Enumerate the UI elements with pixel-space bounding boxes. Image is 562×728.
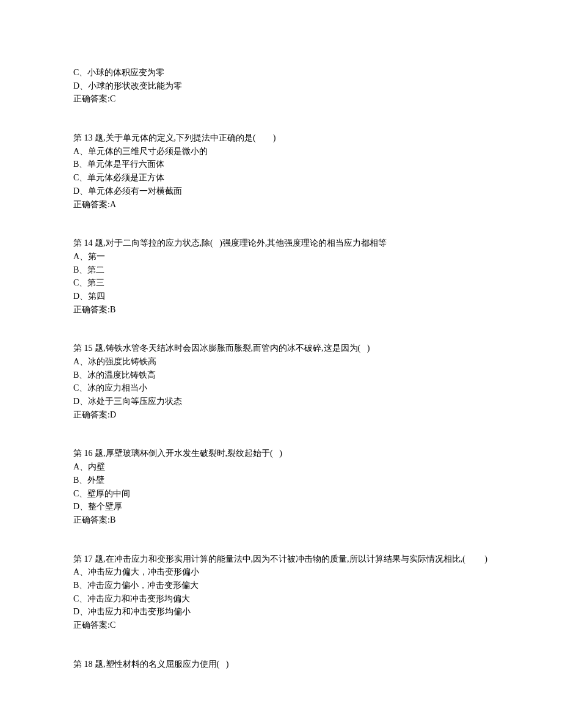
- option-d: D、单元体必须有一对横截面: [73, 185, 489, 198]
- question-title: 第 14 题,对于二向等拉的应力状态,除( )强度理论外,其他强度理论的相当应力…: [73, 237, 489, 250]
- option-d: D、小球的形状改变比能为零: [73, 79, 489, 93]
- question-title: 第 18 题,塑性材料的名义屈服应力使用( ): [73, 658, 489, 671]
- option-c: C、第三: [73, 276, 489, 290]
- option-c: C、冰的应力相当小: [73, 381, 489, 395]
- question-title: 第 17 题,在冲击应力和变形实用计算的能量法中,因为不计被冲击物的质量,所以计…: [73, 553, 489, 566]
- option-c: C、小球的体积应变为零: [73, 66, 489, 79]
- option-c: C、壁厚的中间: [73, 487, 489, 501]
- question-14: 第 14 题,对于二向等拉的应力状态,除( )强度理论外,其他强度理论的相当应力…: [73, 237, 489, 316]
- option-d: D、整个壁厚: [73, 500, 489, 513]
- option-b: B、冰的温度比铸铁高: [73, 369, 489, 382]
- option-c: C、冲击应力和冲击变形均偏大: [73, 592, 489, 606]
- answer-label: 正确答案:D: [73, 408, 489, 422]
- question-15: 第 15 题,铸铁水管冬天结冰时会因冰膨胀而胀裂,而管内的冰不破碎,这是因为( …: [73, 342, 489, 421]
- option-c: C、单元体必须是正方体: [73, 171, 489, 185]
- option-b: B、单元体是平行六面体: [73, 158, 489, 171]
- question-17: 第 17 题,在冲击应力和变形实用计算的能量法中,因为不计被冲击物的质量,所以计…: [73, 553, 489, 632]
- question-16: 第 16 题,厚壁玻璃杯倒入开水发生破裂时,裂纹起始于( ) A、内壁 B、外壁…: [73, 447, 489, 526]
- option-d: D、第四: [73, 290, 489, 303]
- option-a: A、冲击应力偏大，冲击变形偏小: [73, 565, 489, 579]
- answer-label: 正确答案:B: [73, 303, 489, 317]
- question-title: 第 15 题,铸铁水管冬天结冰时会因冰膨胀而胀裂,而管内的冰不破碎,这是因为( …: [73, 342, 489, 355]
- answer-label: 正确答案:C: [73, 92, 489, 106]
- option-a: A、第一: [73, 250, 489, 263]
- option-b: B、冲击应力偏小，冲击变形偏大: [73, 579, 489, 592]
- option-b: B、第二: [73, 263, 489, 277]
- option-a: A、冰的强度比铸铁高: [73, 355, 489, 369]
- option-d: D、冲击应力和冲击变形均偏小: [73, 605, 489, 619]
- answer-label: 正确答案:B: [73, 513, 489, 527]
- question-18: 第 18 题,塑性材料的名义屈服应力使用( ): [73, 658, 489, 671]
- question-title: 第 16 题,厚壁玻璃杯倒入开水发生破裂时,裂纹起始于( ): [73, 447, 489, 460]
- answer-label: 正确答案:C: [73, 619, 489, 632]
- option-a: A、内壁: [73, 460, 489, 474]
- option-a: A、单元体的三维尺寸必须是微小的: [73, 145, 489, 158]
- answer-label: 正确答案:A: [73, 198, 489, 211]
- option-b: B、外壁: [73, 474, 489, 487]
- question-title: 第 13 题,关于单元体的定义,下列提法中正确的是( ): [73, 131, 489, 145]
- option-d: D、冰处于三向等压应力状态: [73, 395, 489, 408]
- question-12-tail: C、小球的体积应变为零 D、小球的形状改变比能为零 正确答案:C: [73, 66, 489, 106]
- question-13: 第 13 题,关于单元体的定义,下列提法中正确的是( ) A、单元体的三维尺寸必…: [73, 131, 489, 211]
